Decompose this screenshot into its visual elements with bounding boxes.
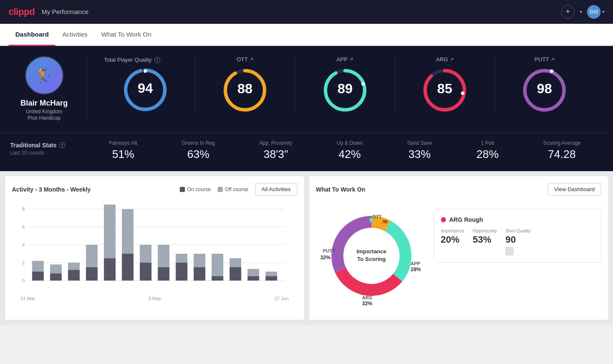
tab-dashboard[interactable]: Dashboard xyxy=(9,24,55,46)
player-country: United Kingdom xyxy=(26,109,62,115)
shot-quality-metric: Shot Quality 90 xyxy=(505,228,531,255)
importance-metric: Importance 20% xyxy=(441,228,464,255)
bar-on-6 xyxy=(140,263,151,281)
info-card-metrics: Importance 20% Opportunity 53% Shot Qual… xyxy=(441,228,594,255)
work-on-header: What To Work On View Dashboard xyxy=(316,183,601,195)
svg-text:To Scoring: To Scoring xyxy=(357,256,386,262)
svg-text:APP: APP xyxy=(411,261,420,266)
player-name: Blair McHarg xyxy=(20,99,68,108)
stats-info-icon[interactable]: ? xyxy=(59,142,65,148)
bar-on-9 xyxy=(194,267,205,281)
ott-label: OTT ↗ xyxy=(237,56,253,63)
stat-item-1-putt: 1 Putt 28% xyxy=(477,140,499,161)
ott-trend-icon: ↗ xyxy=(250,57,253,62)
stats-subtitle: Last 20 rounds xyxy=(10,150,87,156)
putt-ring: 98 xyxy=(521,67,568,114)
svg-text:98: 98 xyxy=(537,81,553,96)
svg-text:0: 0 xyxy=(22,278,25,283)
stat-item-scoring-average: Scoring Average 74.28 xyxy=(543,140,581,161)
avatar-initials: BM xyxy=(590,9,598,15)
bar-on-12 xyxy=(248,276,259,281)
arg-rough-dot xyxy=(441,217,446,222)
bar-on-4 xyxy=(104,258,115,281)
main-tabs: Dashboard Activities What To Work On xyxy=(0,24,613,46)
stat-item-sand-save: Sand Save 33% xyxy=(407,140,432,161)
bar-off-8 xyxy=(176,254,187,263)
chart-x-labels: 21 Mar 9 May 27 Jun xyxy=(12,294,297,301)
app-header: clippd My Performance + ▾ BM ▾ xyxy=(0,0,613,24)
what-to-work-on-panel: What To Work On View Dashboard xyxy=(309,176,608,320)
bar-off-10 xyxy=(212,254,223,276)
svg-text:28%: 28% xyxy=(411,267,421,272)
arg-section: ARG ↗ 85 xyxy=(395,56,495,114)
app-label: APP ↗ xyxy=(337,56,353,63)
bar-off-7 xyxy=(158,245,169,267)
player-handicap: Plus Handicap xyxy=(28,115,60,121)
bar-on-1 xyxy=(50,273,62,281)
tab-activities[interactable]: Activities xyxy=(55,24,94,46)
donut-chart-area: Importance To Scoring OTT 8% APP 28% ARG… xyxy=(316,201,427,313)
header-right: + ▾ BM ▾ xyxy=(561,5,604,19)
stat-item-up-&-down: Up & Down 42% xyxy=(337,140,363,161)
add-button[interactable]: + xyxy=(561,5,575,19)
svg-text:88: 88 xyxy=(237,81,253,96)
activity-chart-area: 8 6 4 2 0 xyxy=(12,201,297,294)
stats-values: Fairways Hit 51% Greens In Reg 63% App. … xyxy=(87,140,603,161)
svg-text:4: 4 xyxy=(22,242,25,247)
tab-what-to-work-on[interactable]: What To Work On xyxy=(95,24,158,46)
info-icon[interactable]: ? xyxy=(154,57,160,63)
avatar-chevron-icon: ▾ xyxy=(602,9,604,14)
hero-section: 🏌️ Blair McHarg United Kingdom Plus Hand… xyxy=(0,46,613,133)
on-course-dot xyxy=(180,187,185,192)
svg-text:32%: 32% xyxy=(362,301,372,307)
all-activities-button[interactable]: All Activities xyxy=(255,183,297,195)
bar-off-11 xyxy=(230,258,241,267)
total-quality-ring: 94 xyxy=(122,66,169,113)
activity-chart-svg: 8 6 4 2 0 xyxy=(12,201,297,294)
avatar-button[interactable]: BM ▾ xyxy=(587,5,604,19)
putt-label: PUTT ↗ xyxy=(535,56,555,63)
logo-text: clippd xyxy=(9,6,35,17)
bar-off-12 xyxy=(248,269,259,276)
svg-text:2: 2 xyxy=(22,260,25,265)
off-course-dot xyxy=(218,187,223,192)
arg-rough-card: ARG Rough Importance 20% Opportunity 53%… xyxy=(434,209,601,263)
bar-on-7 xyxy=(158,267,169,281)
ott-ring: 88 xyxy=(222,67,268,114)
bar-off-1 xyxy=(50,264,62,273)
off-course-legend: Off course xyxy=(218,186,248,192)
app-section: APP ↗ 89 xyxy=(295,56,395,114)
bottom-panels: Activity - 3 Months - Weekly On course O… xyxy=(0,171,613,325)
view-dashboard-button[interactable]: View Dashboard xyxy=(548,183,601,195)
scores-container: Total Player Quality ? 94 OTT ↗ 88 xyxy=(87,56,603,114)
on-course-legend: On course xyxy=(180,186,210,192)
shot-quality-badge xyxy=(505,247,514,255)
stats-info: Traditional Stats ? Last 20 rounds xyxy=(10,140,87,156)
bar-off-13 xyxy=(265,272,277,276)
svg-point-45 xyxy=(356,289,360,293)
avatar: BM xyxy=(587,5,601,19)
bar-on-3 xyxy=(86,267,98,281)
info-card-title: ARG Rough xyxy=(441,216,594,223)
svg-text:32%: 32% xyxy=(320,255,331,261)
logo: clippd xyxy=(9,6,35,17)
stat-item-app.-proximity: App. Proximity 38'3" xyxy=(259,140,292,161)
bar-off-9 xyxy=(194,254,205,267)
bar-on-0 xyxy=(32,272,43,281)
bar-off-3 xyxy=(86,245,98,267)
svg-point-9 xyxy=(361,82,365,86)
activity-legend: On course Off course All Activities xyxy=(180,183,297,195)
total-quality-section: Total Player Quality ? 94 xyxy=(95,57,195,113)
svg-point-13 xyxy=(461,92,464,95)
total-quality-label: Total Player Quality ? xyxy=(100,57,160,63)
header-title: My Performance xyxy=(42,8,89,15)
bar-on-13 xyxy=(265,276,277,281)
plus-icon: + xyxy=(566,7,570,16)
activity-panel: Activity - 3 Months - Weekly On course O… xyxy=(5,176,304,320)
app-trend-icon: ↗ xyxy=(349,57,353,62)
app-ring: 89 xyxy=(322,67,368,114)
x-label-0: 21 Mar xyxy=(20,296,35,301)
svg-text:PUTT: PUTT xyxy=(323,248,335,253)
bar-on-2 xyxy=(68,270,80,281)
bar-on-10 xyxy=(212,276,223,281)
